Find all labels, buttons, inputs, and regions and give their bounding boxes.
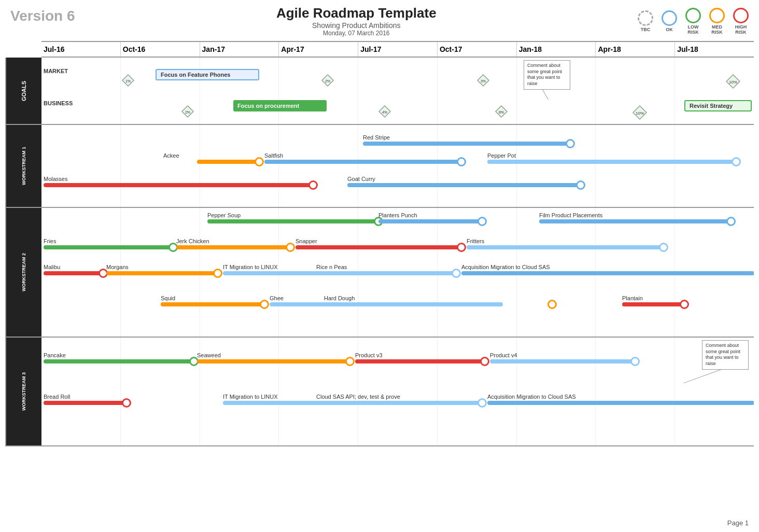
plantain-bar: [622, 302, 684, 306]
acquisition-ws2-bar: [461, 271, 754, 275]
morgans-bar: [106, 271, 218, 275]
bread-roll-end-circle: [122, 398, 131, 408]
revisit-strategy-bar[interactable]: Revisit Strategy: [684, 100, 752, 111]
morgans-label: Morgans: [106, 264, 129, 270]
version-label: Version 6: [10, 5, 75, 24]
pancake-bar: [44, 359, 194, 363]
focus-procurement-bar[interactable]: Focus on procurement: [233, 100, 327, 111]
legend: TBC OK LOWRISK MEDRISK HIGHRISK: [638, 5, 749, 35]
morgans-end-circle: [213, 269, 222, 278]
ws1-label: WORKSTREAM 1: [5, 125, 41, 207]
plantain-end-circle: [680, 300, 689, 309]
it-migration-ws2-label: IT Migration to LINUX: [223, 264, 278, 270]
rice-peas-end-circle: [452, 269, 461, 278]
molasses-end-circle: [308, 180, 318, 190]
ok-circle: [662, 10, 677, 26]
molasses-bar: [44, 183, 313, 187]
diamond-1pct: 1%: [122, 74, 134, 87]
fries-label: Fries: [44, 238, 56, 244]
product-v3-label: Product v3: [355, 352, 383, 358]
film-product-label: Film Product Placements: [539, 212, 602, 218]
timeline-header: Jul-16 Oct-16 Jan-17 Apr-17 Jul-17 Oct-1…: [41, 41, 754, 58]
month-jan18: Jan-18: [517, 42, 596, 57]
ws3-content: Comment about some great point that you …: [41, 338, 754, 445]
high-circle: [733, 8, 749, 23]
malibu-bar: [44, 271, 103, 275]
ws2-content: Pepper Soup Planters Punch Film Product …: [41, 208, 754, 337]
planters-punch-bar: [378, 219, 482, 223]
header: Version 6 Agile Roadmap Template Showing…: [5, 5, 754, 37]
squid-label: Squid: [161, 295, 175, 301]
svg-text:2%: 2%: [185, 110, 190, 114]
svg-text:1%: 1%: [125, 79, 131, 83]
goals-section: GOALS MARKET: [5, 58, 754, 125]
svg-text:8%: 8%: [499, 110, 504, 114]
diamond-2pct-business: 2%: [181, 105, 194, 118]
ackee-bar: [197, 160, 259, 164]
goals-label: GOALS: [5, 58, 41, 124]
month-jan17: Jan-17: [200, 42, 279, 57]
diamond-8pct: 8%: [495, 105, 508, 118]
ws1-content: Red Stripe Ackee Saltfish Pepper Pot M: [41, 125, 754, 207]
month-apr17: Apr-17: [279, 42, 358, 57]
acquisition-ws3-label: Acquisition Migration to Cloud SAS: [487, 394, 576, 400]
saltfish-end-circle: [457, 157, 466, 166]
ackee-label: Ackee: [163, 152, 179, 159]
low-circle: [685, 8, 701, 23]
main-content: GOALS MARKET: [5, 58, 754, 446]
jerk-chicken-end-circle: [286, 243, 295, 252]
ackee-end-circle: [255, 157, 264, 166]
cloud-sas-end-circle: [477, 398, 487, 408]
legend-high: HIGHRISK: [733, 8, 749, 35]
pancake-label: Pancake: [44, 352, 66, 358]
legend-tbc: TBC: [638, 10, 653, 32]
saltfish-bar: [264, 160, 461, 164]
diamond-3pct: 3%: [477, 74, 489, 87]
comment-line-2: [684, 369, 723, 383]
market-label: MARKET: [44, 68, 68, 74]
acquisition-ws2-label: Acquisition Migration to Cloud SAS: [461, 264, 550, 270]
bread-roll-label: Bread Roll: [44, 394, 70, 400]
cloud-sas-api-label: Cloud SAS API; dev, test & prove: [316, 394, 400, 400]
diamond-10pct-market: 10%: [726, 74, 740, 89]
red-stripe-label: Red Stripe: [363, 134, 390, 141]
red-stripe-end-circle: [566, 139, 575, 148]
squid-bar: [161, 302, 264, 306]
month-oct16: Oct-16: [121, 42, 200, 57]
tbc-circle: [638, 10, 653, 26]
rice-peas-label: Rice n Peas: [316, 264, 347, 270]
legend-med: MEDRISK: [709, 8, 725, 35]
hard-dough-end-circle: [547, 300, 557, 309]
squid-end-circle: [260, 300, 269, 309]
ws3-label: WORKSTREAM 3: [5, 338, 41, 445]
svg-text:10%: 10%: [729, 80, 737, 85]
hard-dough-label: Hard Dough: [324, 295, 355, 301]
svg-text:10%: 10%: [636, 111, 644, 116]
seaweed-end-circle: [345, 357, 355, 366]
month-jul16: Jul-16: [41, 42, 121, 57]
fries-bar: [44, 245, 173, 249]
diamond-2pct-market: 2%: [321, 74, 334, 87]
subtitle: Showing Product Ambitions: [276, 21, 437, 30]
molasses-label: Molasses: [44, 176, 67, 182]
product-v4-end-circle: [630, 357, 640, 366]
film-product-bar: [539, 219, 731, 223]
fritters-label: Fritters: [467, 238, 484, 244]
film-product-end-circle: [726, 217, 736, 226]
focus-feature-phones-bar[interactable]: Focus on Feature Phones: [156, 69, 259, 80]
goals-content: MARKET 1% Focus on Feature Phones 2%: [41, 58, 754, 124]
jerk-chicken-bar: [176, 245, 290, 249]
diamond-4pct: 4%: [378, 105, 391, 118]
cloud-sas-bar: [223, 401, 482, 405]
ws2-label: WORKSTREAM 2: [5, 208, 41, 337]
legend-low: LOWRISK: [685, 8, 701, 35]
ws2-section: WORKSTREAM 2 Pepper Soup: [5, 208, 754, 338]
goat-curry-end-circle: [576, 180, 585, 190]
malibu-label: Malibu: [44, 264, 60, 270]
saltfish-label: Saltfish: [264, 152, 283, 159]
fritters-end-circle: [659, 243, 668, 252]
comment-box-2: Comment about some great point that you …: [702, 340, 749, 370]
bread-roll-bar: [44, 401, 126, 405]
product-v4-label: Product v4: [490, 352, 517, 358]
hard-dough-bar: [270, 302, 503, 306]
